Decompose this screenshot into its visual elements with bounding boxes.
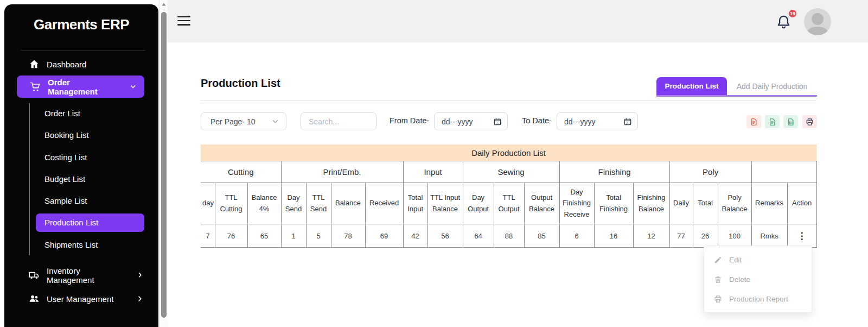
excel-export-button[interactable] xyxy=(783,115,798,128)
menu-item-label: Delete xyxy=(729,275,750,284)
col-header: Day Output xyxy=(463,183,494,224)
col-header: Remarks xyxy=(751,183,787,224)
sidebar-item-user-management[interactable]: User Management xyxy=(29,293,144,304)
table-row: 7 76 65 1 5 78 69 42 56 64 88 85 6 16 12… xyxy=(201,224,816,248)
submenu-guide-line xyxy=(29,103,30,255)
pencil-icon xyxy=(714,256,722,264)
row-actions-kebab-icon[interactable]: ⋮ xyxy=(797,231,807,241)
cell: 5 xyxy=(306,224,331,248)
cell: Rmks xyxy=(751,224,787,248)
tab-production-list[interactable]: Production List xyxy=(656,77,727,95)
menu-item-delete[interactable]: Delete xyxy=(704,269,812,289)
group-input: Input xyxy=(403,161,463,183)
cell: 64 xyxy=(463,224,494,248)
cell: 56 xyxy=(427,224,463,248)
sidebar-item-booking-list[interactable]: Booking List xyxy=(44,129,89,141)
column-header-row: day TTL Cutting Balance 4% Day Send TTL … xyxy=(201,183,816,224)
print-button[interactable] xyxy=(802,115,817,128)
col-header: Received xyxy=(365,183,403,224)
sidebar-item-dashboard[interactable]: Dashboard xyxy=(29,59,86,70)
table-caption: Daily Production List xyxy=(201,144,816,161)
printer-icon xyxy=(806,118,814,126)
col-header: Output Balance xyxy=(524,183,559,224)
col-header: Day Send xyxy=(281,183,306,224)
sidebar-item-budget-list[interactable]: Budget List xyxy=(44,173,85,185)
cell: 6 xyxy=(559,224,594,248)
sidebar-item-order-management[interactable]: Order Management xyxy=(17,76,144,98)
sidebar-item-production-list[interactable]: Production List xyxy=(36,213,144,232)
menu-item-production-report[interactable]: Production Report xyxy=(704,289,812,309)
cell: 100 xyxy=(718,224,751,248)
sidebar-item-costing-list[interactable]: Costing List xyxy=(44,152,87,163)
scrollbar-thumb[interactable] xyxy=(161,12,167,318)
cell: 65 xyxy=(247,224,281,248)
vertical-scrollbar[interactable] xyxy=(159,0,168,327)
topbar: 19 xyxy=(168,0,868,42)
col-header: Day Finishing Receive xyxy=(559,183,594,224)
sidebar-item-shipments-list[interactable]: Shipments List xyxy=(44,239,98,251)
avatar-body xyxy=(807,27,828,35)
scroll-up-arrow-icon[interactable] xyxy=(161,1,167,8)
cell: 16 xyxy=(594,224,633,248)
sidebar-item-inventory-management[interactable]: Inventory Management xyxy=(29,266,144,285)
sidebar-item-sample-list[interactable]: Sample List xyxy=(44,195,87,207)
pdf-export-icon xyxy=(750,118,758,126)
cell: 77 xyxy=(669,224,693,248)
excel-export-icon xyxy=(787,118,795,126)
per-page-select[interactable]: Per Page- 10 xyxy=(201,112,286,130)
cart-icon xyxy=(30,81,41,92)
cell: 85 xyxy=(524,224,559,248)
group-finishing: Finishing xyxy=(559,161,669,183)
from-date-input[interactable]: dd---yyyy xyxy=(434,112,508,130)
group-header-row: Cutting Print/Emb. Input Sewing Finishin… xyxy=(201,161,816,183)
trash-icon xyxy=(714,275,722,284)
cell: 69 xyxy=(365,224,403,248)
chevron-down-icon xyxy=(129,83,137,91)
app-logo: Garments ERP xyxy=(4,16,158,33)
group-cutting: Cutting xyxy=(201,161,281,183)
production-table: Cutting Print/Emb. Input Sewing Finishin… xyxy=(201,161,817,248)
col-header: Finishing Balance xyxy=(633,183,669,224)
group-print-emb: Print/Emb. xyxy=(281,161,403,183)
per-page-value: Per Page- 10 xyxy=(210,117,256,126)
calendar-icon[interactable] xyxy=(623,117,632,126)
row-actions-menu: Edit Delete Production Report xyxy=(704,246,812,313)
menu-item-edit[interactable]: Edit xyxy=(704,250,812,269)
cell: 76 xyxy=(215,224,247,248)
page-title: Production List xyxy=(201,77,280,90)
search-box xyxy=(301,112,376,130)
sidebar-item-label: Order Management xyxy=(48,78,115,96)
printer-icon xyxy=(714,295,722,303)
menu-toggle-icon[interactable] xyxy=(177,16,190,26)
calendar-icon[interactable] xyxy=(493,117,502,126)
cell: 42 xyxy=(403,224,427,248)
col-header: Total xyxy=(693,183,718,224)
sidebar-item-label: Dashboard xyxy=(47,60,86,69)
to-date-label: To Date- xyxy=(522,116,552,125)
cell: 7 xyxy=(201,224,215,248)
sidebar-item-order-list[interactable]: Order List xyxy=(44,108,80,120)
chevron-right-icon xyxy=(136,271,144,280)
to-date-value: dd---yyyy xyxy=(564,117,596,126)
from-date-label: From Date- xyxy=(390,116,429,125)
tab-underline xyxy=(656,95,817,97)
col-header: Poly Balance xyxy=(718,183,751,224)
delivery-truck-icon xyxy=(29,270,40,281)
sidebar-divider xyxy=(21,50,145,51)
chevron-right-icon xyxy=(136,294,144,303)
col-header: Daily xyxy=(669,183,693,224)
col-header: Balance xyxy=(331,183,365,224)
user-avatar[interactable] xyxy=(804,8,831,35)
menu-item-label: Production Report xyxy=(729,295,788,303)
search-input[interactable] xyxy=(301,113,376,130)
csv-export-button[interactable] xyxy=(765,115,780,128)
col-header: TTL Input Balance xyxy=(427,183,463,224)
pdf-export-button[interactable] xyxy=(746,115,761,128)
group-poly: Poly xyxy=(669,161,751,183)
to-date-input[interactable]: dd---yyyy xyxy=(557,112,638,130)
col-header: TTL Output xyxy=(494,183,524,224)
cell: 12 xyxy=(633,224,669,248)
chevron-down-icon xyxy=(272,118,279,125)
tab-add-daily-production[interactable]: Add Daily Production xyxy=(727,77,817,95)
home-icon xyxy=(29,59,40,70)
